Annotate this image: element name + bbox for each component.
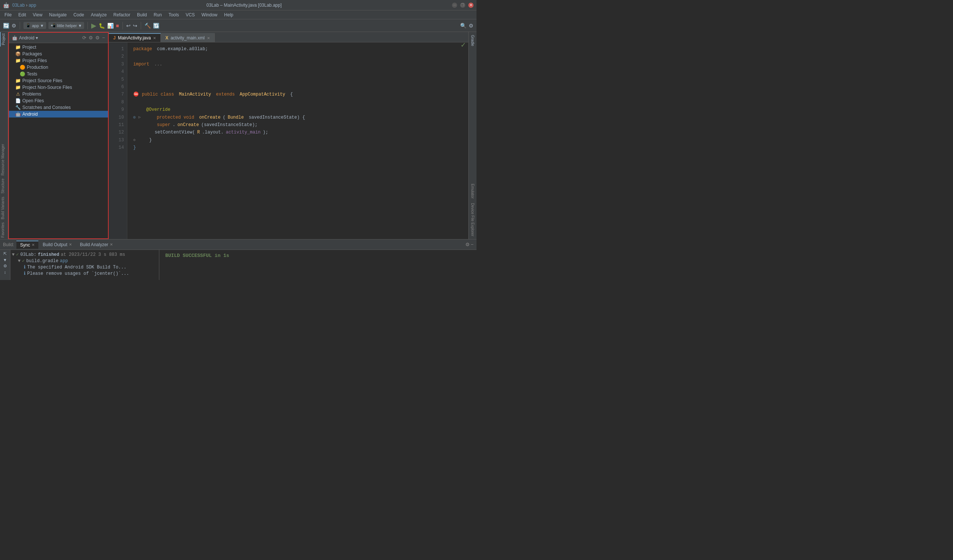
tab-build-variants[interactable]: Build Variants: [0, 195, 8, 221]
menu-edit[interactable]: Edit: [15, 12, 29, 18]
bottom-filter-icon[interactable]: ⚙: [3, 264, 7, 268]
menu-build[interactable]: Build: [134, 12, 150, 18]
device-file-explorer-icon[interactable]: Device File Explorer: [470, 201, 475, 238]
tree-item-problems[interactable]: ⚠ Problems: [9, 91, 108, 97]
code-line-6: [133, 83, 463, 91]
tab-favorites[interactable]: Favorites: [0, 221, 8, 239]
close-button[interactable]: ✕: [468, 3, 473, 8]
panel-title: 🤖 Android ▾: [12, 35, 38, 40]
tab-close-xml[interactable]: ✕: [207, 36, 210, 40]
menu-help[interactable]: Help: [221, 12, 236, 18]
panel-sync-icon[interactable]: ⟳: [82, 35, 86, 40]
menu-tools[interactable]: Tools: [166, 12, 182, 18]
build-output-tab-close[interactable]: ✕: [69, 243, 72, 246]
expand-icon-1[interactable]: ▼: [12, 252, 14, 257]
tab-close-main-activity[interactable]: ✕: [153, 36, 156, 40]
code-line-2: [133, 53, 463, 60]
menu-view[interactable]: View: [30, 12, 45, 18]
tab-main-activity[interactable]: J MainActivity.java ✕: [109, 33, 161, 42]
menu-window[interactable]: Window: [199, 12, 220, 18]
stop-button[interactable]: ■: [116, 23, 119, 29]
sync-tab-close[interactable]: ✕: [32, 243, 35, 247]
sync-icon[interactable]: 🔄: [3, 23, 9, 29]
left-sidebar-spacer: [0, 46, 8, 142]
undo-button[interactable]: ↩: [126, 23, 131, 29]
build-item-4: ℹ Please remove usages of `jcenter()`...: [12, 270, 157, 277]
tree-item-project-non-source-files[interactable]: 📁 Project Non-Source Files: [9, 84, 108, 91]
menu-run[interactable]: Run: [151, 12, 165, 18]
minimize-button[interactable]: ─: [452, 3, 457, 8]
settings-main-icon[interactable]: ⚙: [469, 23, 473, 29]
left-vertical-tabs: Project Resource Manager Structure Build…: [0, 32, 8, 239]
bottom-left-icons: ⇱ ▼ ⚙ ↕: [0, 250, 11, 280]
toolbar-separator-3: [123, 22, 123, 29]
tab-activity-main-xml[interactable]: X activity_main.xml ✕: [161, 33, 214, 42]
code-content[interactable]: package com.example.a03lab; import ... ⛔…: [127, 42, 468, 239]
bottom-tab-sync[interactable]: Sync ✕: [16, 241, 38, 249]
app-icon-small: 📱: [26, 23, 31, 28]
build-button[interactable]: 🔨: [144, 23, 151, 29]
panel-dropdown-icon[interactable]: ▾: [36, 35, 38, 40]
tree-item-tests[interactable]: 🟢 Tests: [9, 71, 108, 77]
menu-analyze[interactable]: Analyze: [88, 12, 110, 18]
tree-item-scratches[interactable]: 🔧 Scratches and Consoles: [9, 104, 108, 111]
tree-item-packages[interactable]: 📦 Packages: [9, 51, 108, 57]
toolbar-separator-2: [87, 22, 88, 29]
settings-icon[interactable]: ⚙: [12, 23, 16, 29]
menu-code[interactable]: Code: [70, 12, 87, 18]
expand-icon-2[interactable]: ▼: [18, 258, 20, 264]
editor-area: J MainActivity.java ✕ X activity_main.xm…: [109, 32, 468, 239]
success-icon-2: ✓: [22, 258, 25, 264]
menu-navigate[interactable]: Navigate: [46, 12, 70, 18]
java-file-icon: J: [113, 35, 116, 40]
bottom-collapse-icon[interactable]: ▼: [3, 258, 7, 262]
tree-item-production[interactable]: 🟠 Production: [9, 64, 108, 71]
bottom-sort-icon[interactable]: ↕: [4, 270, 6, 274]
bottom-hide-icon[interactable]: −: [470, 242, 473, 247]
build-tree: ▼ ✓ 03Lab: finished at 2023/11/22 3 s 88…: [11, 250, 159, 280]
profile-button[interactable]: 📊: [107, 23, 113, 29]
tree-item-project-files[interactable]: 📁 Project Files: [9, 57, 108, 64]
debug-button[interactable]: 🐛: [99, 23, 105, 29]
tree-item-open-files[interactable]: 📄 Open Files: [9, 97, 108, 104]
toolbar-separator-1: [20, 22, 20, 29]
tree-item-project-source-files[interactable]: 📁 Project Source Files: [9, 77, 108, 84]
warning-icon: ⚠: [15, 91, 21, 97]
menu-vcs[interactable]: VCS: [183, 12, 198, 18]
search-icon[interactable]: 🔍: [460, 23, 466, 29]
panel-gear-icon[interactable]: ⚙: [95, 35, 100, 40]
maximize-button[interactable]: ❐: [460, 3, 465, 8]
panel-icons: ⟳ ⚙ ⚙ −: [82, 35, 105, 40]
build-analyzer-tab-close[interactable]: ✕: [110, 243, 113, 246]
bottom-expand-icon[interactable]: ⇱: [3, 251, 7, 256]
tab-project[interactable]: Project: [0, 32, 8, 46]
bottom-tab-build-output[interactable]: Build Output ✕: [39, 241, 76, 248]
tree-item-project[interactable]: 📁 Project: [9, 44, 108, 51]
tests-icon: 🟢: [19, 71, 25, 77]
tree-item-android[interactable]: 🤖 Android: [9, 111, 108, 118]
bottom-tab-bar: Build: Sync ✕ Build Output ✕ Build Analy…: [0, 240, 476, 250]
code-line-1: package com.example.a03lab;: [133, 45, 463, 53]
tab-resource-manager[interactable]: Resource Manager: [0, 142, 8, 177]
panel-settings-icon[interactable]: ⚙: [88, 35, 93, 40]
run-button[interactable]: ▶: [91, 22, 96, 30]
menu-refactor[interactable]: Refactor: [110, 12, 133, 18]
bottom-settings-icon[interactable]: ⚙: [465, 242, 470, 247]
menu-file[interactable]: File: [2, 12, 14, 18]
tab-structure[interactable]: Structure: [0, 177, 8, 195]
redo-button[interactable]: ↪: [133, 23, 137, 29]
emulator-icon[interactable]: Emulator: [470, 182, 475, 200]
sync-project-icon[interactable]: 🔃: [153, 23, 159, 29]
title-bar: 🤖 03Lab › app 03Lab – MainActivity.java …: [0, 0, 476, 11]
build-item-1: ▼ ✓ 03Lab: finished at 2023/11/22 3 s 88…: [12, 251, 157, 258]
bottom-panel: Build: Sync ✕ Build Output ✕ Build Analy…: [0, 239, 476, 280]
syntax-ok-icon: ✓: [461, 41, 466, 49]
panel-hide-icon[interactable]: −: [102, 35, 105, 40]
app-dropdown[interactable]: 📱 app ▼: [23, 22, 46, 29]
android-selected-icon: 🤖: [15, 111, 21, 117]
bottom-tab-build-analyzer[interactable]: Build Analyzer ✕: [76, 241, 116, 248]
gradle-icon[interactable]: Gradle: [470, 34, 475, 48]
menu-bar: File Edit View Navigate Code Analyze Ref…: [0, 11, 476, 19]
dropdown-icon: ▼: [40, 23, 44, 28]
device-dropdown[interactable]: 📲 little helper ▼: [48, 22, 84, 29]
